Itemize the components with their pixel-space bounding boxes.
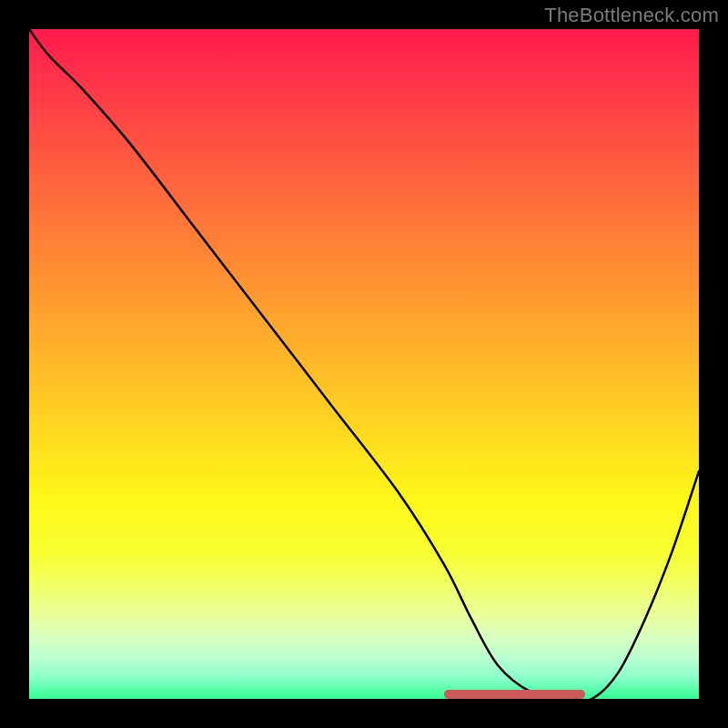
bottleneck-curve <box>29 29 699 699</box>
watermark-text: TheBottleneck.com <box>544 4 719 27</box>
plot-area <box>29 29 699 699</box>
optimal-range-highlight <box>444 690 585 699</box>
chart-frame: TheBottleneck.com <box>0 0 728 728</box>
